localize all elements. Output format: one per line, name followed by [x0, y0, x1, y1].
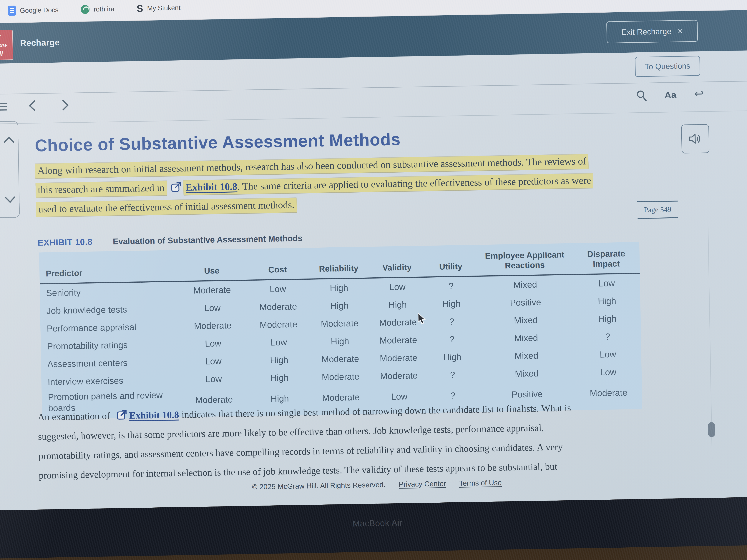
exhibit-label: EXHIBIT 10.8 [37, 237, 93, 247]
divider [0, 110, 747, 125]
table-cell: Mixed [478, 349, 575, 362]
exhibit-caption-row: EXHIBIT 10.8 Evaluation of Substantive A… [37, 233, 303, 248]
undo-icon[interactable]: ↩ [694, 87, 704, 101]
scroll-down-button[interactable] [4, 196, 16, 204]
table-cell: Low [248, 336, 309, 348]
table-cell: ? [425, 280, 477, 292]
font-size-label: Aa [664, 90, 676, 100]
next-page-button[interactable] [61, 99, 70, 111]
column-header: Disparate Impact [573, 248, 640, 269]
table-cell: Job knowledge tests [40, 303, 177, 317]
exhibit-caption: Evaluation of Substantive Assessment Met… [113, 234, 303, 246]
bookmark-label: My Stukent [147, 4, 181, 12]
table-cell: Low [574, 348, 641, 361]
divider [0, 81, 747, 95]
exhibit-10-8-link[interactable]: Exhibit 10.8 [185, 181, 237, 193]
to-questions-button[interactable]: To Questions [635, 56, 700, 77]
acorns-icon [81, 5, 90, 14]
table-cell: Moderate [371, 370, 427, 382]
logo-line: Graw [0, 40, 12, 49]
close-icon: × [677, 27, 683, 35]
macbook-air-label: MacBook Air [0, 511, 747, 535]
exit-recharge-label: Exit Recharge [621, 27, 671, 37]
table-cell: Low [573, 277, 640, 289]
table-cell: Low [369, 281, 425, 293]
table-cell: Mixed [479, 367, 575, 380]
highlighted-text: . The same criteria are applied to evalu… [237, 175, 591, 192]
app-title: Recharge [20, 22, 60, 63]
table-cell: High [370, 299, 426, 311]
table-cell: Moderate [310, 353, 371, 365]
table-cell: ? [427, 369, 479, 381]
google-docs-icon [8, 5, 16, 16]
bookmark-my-stukent[interactable]: S My Stukent [136, 3, 181, 14]
body-text: indicates that there is no single best m… [182, 402, 571, 420]
page-number-text: Page 549 [644, 205, 671, 214]
copyright-text: © 2025 McGraw Hill. All Rights Reserved. [252, 481, 386, 491]
external-link-icon[interactable] [171, 181, 182, 192]
page-scroll-panel [0, 121, 20, 218]
mouse-cursor [417, 313, 428, 325]
highlighted-text: this research are summarized in [35, 181, 167, 197]
external-link-icon[interactable] [117, 409, 127, 420]
menu-icon[interactable] [0, 103, 7, 113]
table-cell: High [308, 282, 369, 294]
table-cell: Moderate [248, 301, 309, 313]
speaker-icon [688, 133, 702, 145]
table-cell: Low [178, 338, 248, 350]
search-icon[interactable] [636, 89, 647, 102]
page-number-label: Page 549 [637, 201, 678, 219]
table-cell: ? [426, 334, 478, 345]
table-cell: Low [575, 366, 642, 378]
table-cell: High [309, 335, 370, 347]
exhibit-10-8-link[interactable]: Exhibit 10.8 [129, 409, 179, 421]
table-cell: Low [177, 302, 248, 314]
table-cell: High [426, 298, 478, 310]
bookmark-google-docs[interactable]: Google Docs [8, 5, 58, 16]
table-cell: Performance appraisal [41, 321, 178, 334]
table-cell: Assessment centers [41, 356, 178, 370]
highlighted-text: used to evaluate the effectiveness of in… [36, 198, 297, 217]
font-size-button[interactable]: Aa [664, 89, 676, 100]
macbook-laptop: Google Docs roth ira S My Stukent Mc Gra… [0, 0, 747, 560]
table-cell: ? [426, 316, 478, 327]
column-header: Reliability [308, 263, 369, 274]
table-cell: Promotability ratings [41, 339, 178, 352]
scrollbar-thumb[interactable] [708, 422, 715, 437]
column-header: Employee Applicant Reactions [476, 249, 573, 271]
photo-of-laptop-screen: Google Docs roth ira S My Stukent Mc Gra… [0, 0, 747, 560]
body-paragraph: An examination of Exhibit 10.8 indicates… [37, 396, 713, 485]
table-cell: Low [178, 373, 249, 385]
read-aloud-button[interactable] [681, 124, 710, 154]
exhibit-table: Predictor Use Cost Reliability Validity … [39, 242, 642, 420]
table-cell: Interview exercises [41, 374, 179, 388]
body-text: An examination of [37, 410, 110, 423]
scroll-up-button[interactable] [3, 136, 15, 143]
table-cell: High [249, 354, 310, 366]
table-cell: Mixed [477, 278, 573, 291]
table-cell: Positive [477, 296, 574, 309]
privacy-center-link[interactable]: Privacy Center [398, 479, 446, 488]
bookmark-label: Google Docs [20, 6, 58, 15]
logo-line: Mc [0, 31, 12, 41]
table-cell: Moderate [177, 284, 247, 296]
page-title: Choice of Substantive Assessment Methods [35, 129, 401, 155]
table-cell: High [574, 313, 641, 325]
table-cell: Moderate [178, 320, 248, 332]
table-cell: Low [178, 355, 249, 368]
table-cell: Low [247, 283, 308, 295]
stukent-s-icon: S [136, 3, 143, 14]
table-cell: Seniority [40, 285, 177, 299]
bookmark-roth-ira[interactable]: roth ira [81, 4, 114, 14]
previous-page-button[interactable] [28, 100, 36, 112]
column-header: Predictor [40, 266, 177, 279]
table-cell: Moderate [310, 371, 371, 383]
table-cell: ? [574, 330, 641, 343]
table-cell: Moderate [248, 319, 309, 331]
exit-recharge-button[interactable]: Exit Recharge × [607, 20, 698, 43]
screen: Google Docs roth ira S My Stukent Mc Gra… [0, 0, 747, 510]
terms-of-use-link[interactable]: Terms of Use [459, 479, 502, 487]
table-cell: Mixed [478, 314, 574, 327]
table-cell: High [574, 295, 641, 307]
mcgraw-hill-logo: Mc Graw Hill [0, 30, 14, 60]
